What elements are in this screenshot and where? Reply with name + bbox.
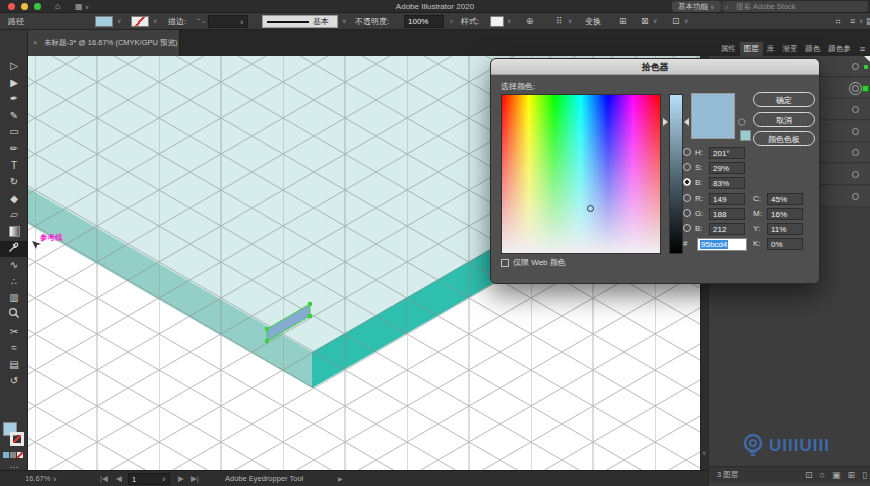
target-circle-icon[interactable]: [852, 106, 859, 113]
status-expand-icon[interactable]: ▶: [338, 471, 343, 486]
opacity-field[interactable]: 100%: [404, 15, 444, 28]
panel-resize-corner[interactable]: [864, 56, 870, 62]
document-setup-icon[interactable]: ⊕: [526, 16, 534, 27]
style-chevron-icon[interactable]: ∨: [507, 13, 511, 30]
stroke-color-swatch[interactable]: [131, 16, 149, 27]
component-field[interactable]: 201°: [709, 147, 745, 159]
prev-artboard-icon[interactable]: ◀: [116, 471, 122, 486]
target-circle-icon[interactable]: [852, 171, 859, 178]
shear-tool[interactable]: ▱: [0, 207, 28, 223]
target-circle-icon[interactable]: [852, 63, 859, 70]
dialog-title[interactable]: 拾色器: [491, 59, 819, 75]
selection-tool[interactable]: ▶: [0, 75, 28, 91]
color-mode-icons[interactable]: [3, 452, 23, 458]
first-artboard-icon[interactable]: |◀: [100, 471, 108, 486]
tab-库[interactable]: 库: [763, 42, 779, 56]
color-marker[interactable]: [587, 205, 594, 212]
artboard-tool[interactable]: ▥: [0, 290, 28, 306]
arrange-icon[interactable]: ≡: [850, 16, 855, 27]
stock-search-input[interactable]: ⌕搜索 Adobe Stock: [722, 1, 868, 12]
tab-属性[interactable]: 属性: [717, 42, 740, 56]
stroke-none-swatch[interactable]: [10, 432, 24, 446]
slider-arrow-right-icon[interactable]: [684, 118, 689, 126]
ok-button[interactable]: 确定: [753, 92, 815, 107]
component-field[interactable]: 29%: [709, 162, 745, 174]
type-tool[interactable]: T: [0, 158, 28, 174]
tab-渐变[interactable]: 渐变: [778, 42, 801, 56]
perspective-grid-tool[interactable]: ▤: [0, 357, 28, 373]
close-tab-icon[interactable]: ×: [33, 30, 37, 56]
delete-layer-icon[interactable]: ▯: [862, 467, 867, 483]
shape-chevron-icon[interactable]: ∨: [684, 13, 688, 30]
radio-icon[interactable]: [683, 194, 691, 202]
curvature-tool[interactable]: ✎: [0, 108, 28, 124]
component-field[interactable]: 16%: [767, 208, 803, 220]
checkbox-icon[interactable]: [501, 259, 509, 267]
eraser-tool[interactable]: ◆: [0, 191, 28, 207]
zoom-tool[interactable]: [0, 307, 28, 323]
tab-颜色[interactable]: 颜色: [801, 42, 824, 56]
rotate-tool[interactable]: ↻: [0, 174, 28, 190]
align-options-icon[interactable]: ⠿: [556, 16, 563, 27]
component-field[interactable]: 149: [709, 193, 745, 205]
opacity-expand-icon[interactable]: ›: [450, 13, 453, 30]
bounding-box-icon[interactable]: ⊞: [619, 16, 627, 27]
artboard-number-field[interactable]: 1∨: [128, 473, 170, 485]
new-layer-icon[interactable]: ⊞: [848, 467, 856, 483]
component-field[interactable]: 212: [709, 223, 745, 235]
component-field[interactable]: 188: [709, 208, 745, 220]
radio-icon[interactable]: [683, 148, 691, 156]
hex-field[interactable]: 95bcd4: [697, 238, 747, 251]
tab-图层[interactable]: 图层: [740, 42, 763, 56]
next-artboard-icon[interactable]: ▶: [178, 471, 184, 486]
direct-selection-tool[interactable]: ▷: [0, 58, 28, 74]
make-mask-icon[interactable]: ▣: [832, 467, 841, 483]
rotate-view-tool[interactable]: ↺: [0, 373, 28, 389]
fill-color-swatch[interactable]: [95, 16, 113, 27]
stroke-stepper[interactable]: ⌃⌄: [196, 13, 206, 30]
rectangle-tool[interactable]: ▭: [0, 124, 28, 140]
workspace-switcher[interactable]: 基本功能 ∨: [672, 1, 721, 12]
stroke-chevron-icon[interactable]: ∨: [153, 13, 157, 30]
radio-icon[interactable]: [683, 209, 691, 217]
panel-menu-icon[interactable]: ≡: [855, 44, 870, 54]
shape-options-icon[interactable]: ⊡: [672, 16, 680, 27]
target-circle-icon[interactable]: [852, 149, 859, 156]
transform-label[interactable]: 变换: [585, 13, 601, 30]
scroll-down-icon[interactable]: ∨: [702, 449, 706, 456]
radio-icon[interactable]: [683, 163, 691, 171]
last-artboard-icon[interactable]: ▶|: [191, 471, 199, 486]
color-spectrum-field[interactable]: [501, 94, 661, 254]
stroke-profile-dropdown[interactable]: 基本: [262, 15, 338, 28]
collect-for-export-icon[interactable]: ⊡: [805, 467, 813, 483]
component-field[interactable]: 11%: [767, 223, 803, 235]
zoom-level[interactable]: 16.67% ∨: [25, 471, 57, 486]
tab-颜色参[interactable]: 颜色参: [824, 42, 855, 56]
target-circle-icon[interactable]: [852, 193, 859, 200]
document-tab[interactable]: × 未标题-3* @ 16.67% (CMYK/GPU 预览): [28, 30, 180, 56]
fill-chevron-icon[interactable]: ∨: [117, 13, 121, 30]
eyedropper-tool[interactable]: [0, 241, 28, 257]
gradient-tool[interactable]: [0, 224, 28, 240]
component-field[interactable]: 45%: [767, 193, 803, 205]
target-circle-icon[interactable]: [852, 85, 859, 92]
slider-arrow-left-icon[interactable]: [663, 118, 668, 126]
symbol-sprayer-tool[interactable]: ∴: [0, 274, 28, 290]
align-chevron-icon[interactable]: ∨: [568, 13, 572, 30]
stroke-weight-field[interactable]: ∨: [208, 15, 248, 28]
color-swatches-button[interactable]: 颜色色板: [753, 131, 815, 146]
web-only-checkbox[interactable]: 仅限 Web 颜色: [501, 257, 566, 268]
cancel-button[interactable]: 取消: [753, 112, 815, 127]
radio-icon[interactable]: [683, 224, 691, 232]
closest-web-color-swatch[interactable]: [740, 130, 751, 141]
width-tool[interactable]: ≈: [0, 340, 28, 356]
slice-tool[interactable]: ✂: [0, 324, 28, 340]
distribute-chevron-icon[interactable]: ∨: [653, 13, 657, 30]
profile-chevron-icon[interactable]: ∨: [342, 13, 346, 30]
isolate-icon[interactable]: ⠶: [835, 16, 842, 27]
distribute-icon[interactable]: ⊠: [641, 16, 649, 27]
locate-object-icon[interactable]: ○: [820, 467, 825, 483]
out-of-web-gamut-icon[interactable]: ⬡: [738, 117, 746, 127]
blend-tool[interactable]: ∿: [0, 257, 28, 273]
component-field[interactable]: 83%: [709, 177, 745, 189]
